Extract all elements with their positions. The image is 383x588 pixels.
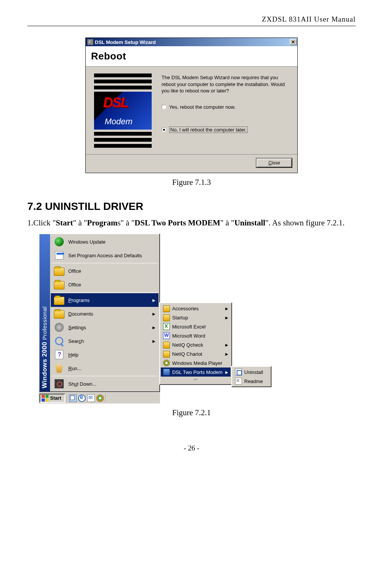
submenu-readme[interactable]: Readme bbox=[233, 377, 270, 386]
submenu-label: Microsoft Excel bbox=[172, 324, 206, 330]
wmp-icon bbox=[163, 360, 170, 366]
txt-bold: DSL Two Ports MODEM bbox=[135, 218, 220, 227]
documents-icon bbox=[54, 310, 64, 319]
radio-icon bbox=[162, 127, 166, 132]
chevron-right-icon: ▶ bbox=[152, 312, 155, 316]
programs-icon bbox=[55, 251, 63, 260]
txt-bold: Uninstall bbox=[234, 218, 265, 227]
start-button[interactable]: Start bbox=[39, 394, 65, 403]
menu-label: Documents bbox=[68, 311, 93, 317]
folder-icon bbox=[163, 314, 170, 321]
folder-icon bbox=[54, 267, 64, 276]
start-menu: Windows 2000 Professional Windows Update… bbox=[39, 233, 160, 392]
menu-label: Run... bbox=[68, 366, 82, 371]
submenu-netiq-qcheck[interactable]: NetIQ Qcheck ▶ bbox=[161, 340, 231, 349]
menu-search[interactable]: Search ▶ bbox=[51, 334, 159, 348]
word-icon bbox=[163, 332, 170, 339]
txt: s bbox=[118, 218, 121, 227]
chevron-right-icon: ▶ bbox=[152, 339, 155, 343]
ql-wmp-icon[interactable] bbox=[96, 394, 104, 402]
wizard-message: The DSL Modem Setup Wizard now requires … bbox=[162, 74, 289, 94]
submenu-label: Microsoft Word bbox=[172, 333, 205, 339]
submenu-startup[interactable]: Startup ▶ bbox=[161, 313, 231, 322]
figure-caption: Figure 7.1.3 bbox=[27, 178, 356, 187]
submenu-dsl-modem[interactable]: DSL Two Ports Modem ▶ bbox=[161, 368, 231, 377]
radio-reboot-now-label: Yes, reboot the computer now. bbox=[169, 104, 235, 110]
folder-icon bbox=[54, 281, 64, 289]
chevron-right-icon: ▶ bbox=[225, 352, 228, 356]
start-menu-stripe: Windows 2000 Professional bbox=[39, 234, 50, 391]
menu-label: Programs bbox=[68, 297, 89, 303]
wizard-title: DSL Modem Setup Wizard bbox=[95, 39, 156, 45]
txt: 1.Click " bbox=[27, 218, 56, 227]
shutdown-icon bbox=[55, 379, 64, 388]
txt: " à " bbox=[73, 218, 87, 227]
wizard-dialog: DSL Modem Setup Wizard ✕ Reboot DSL Mode… bbox=[85, 38, 298, 173]
ql-ie-icon[interactable] bbox=[78, 394, 86, 402]
submenu-label: NetIQ Qcheck bbox=[172, 342, 203, 348]
menu-windows-update[interactable]: Windows Update bbox=[51, 235, 159, 249]
close-button[interactable]: Close bbox=[256, 158, 292, 167]
folder-icon bbox=[163, 351, 170, 358]
instruction-text: 1.Click "Start" à "Programs" à "DSL Two … bbox=[27, 217, 356, 229]
splash-dsl-text: DSL bbox=[103, 95, 128, 111]
submenu-label: Windows Media Player bbox=[172, 360, 222, 366]
submenu-label: NetIQ Chariot bbox=[172, 351, 202, 357]
dsl-submenu: Uninstall Readme bbox=[231, 366, 272, 387]
globe-icon bbox=[55, 237, 64, 246]
menu-shutdown[interactable]: Shut Down... bbox=[51, 377, 159, 391]
txt: " à " bbox=[220, 218, 234, 227]
wizard-titlebar[interactable]: DSL Modem Setup Wizard ✕ bbox=[86, 38, 297, 46]
radio-reboot-later-label: No, I will reboot the computer later. bbox=[169, 127, 248, 133]
menu-settings[interactable]: Settings ▶ bbox=[51, 321, 159, 334]
submenu-excel[interactable]: Microsoft Excel bbox=[161, 322, 231, 331]
search-icon bbox=[55, 337, 63, 345]
radio-reboot-later[interactable]: No, I will reboot the computer later. bbox=[162, 127, 289, 133]
chevron-right-icon: ▶ bbox=[225, 370, 228, 374]
menu-label: Search bbox=[68, 338, 84, 344]
submenu-uninstall[interactable]: Uninstall bbox=[233, 368, 270, 377]
submenu-label: DSL Two Ports Modem bbox=[172, 369, 223, 375]
expand-chevrons-icon[interactable]: ︾ bbox=[161, 377, 231, 383]
txt: ". As shown figure 7.2.1. bbox=[265, 218, 345, 227]
start-label: Start bbox=[50, 395, 61, 401]
submenu-netiq-chariot[interactable]: NetIQ Chariot ▶ bbox=[161, 349, 231, 358]
radio-icon bbox=[162, 105, 166, 109]
page-number: - 26 - bbox=[27, 444, 356, 452]
figure-caption: Figure 7.2.1 bbox=[27, 408, 356, 418]
text-file-icon bbox=[235, 378, 242, 385]
txt-bold: Program bbox=[87, 218, 118, 227]
menu-help[interactable]: Help bbox=[51, 348, 159, 361]
app-icon bbox=[87, 39, 93, 45]
menu-label: Set Program Access and Defaults bbox=[68, 253, 142, 258]
submenu-label: Accessories bbox=[172, 306, 199, 311]
ql-show-desktop-icon[interactable] bbox=[69, 394, 77, 402]
wizard-banner: Reboot bbox=[86, 46, 297, 67]
doc-header: ZXDSL 831AII User Manual bbox=[27, 15, 356, 23]
submenu-accessories[interactable]: Accessories ▶ bbox=[161, 304, 231, 313]
submenu-wmp[interactable]: Windows Media Player bbox=[161, 358, 231, 368]
menu-program-access[interactable]: Set Program Access and Defaults bbox=[51, 249, 159, 262]
menu-office-1[interactable]: Office bbox=[51, 264, 159, 278]
submenu-label: Startup bbox=[172, 315, 188, 321]
separator bbox=[105, 394, 106, 402]
ql-outlook-icon[interactable] bbox=[87, 394, 95, 402]
txt: " à " bbox=[121, 218, 135, 227]
submenu-word[interactable]: Microsoft Word bbox=[161, 331, 231, 340]
radio-reboot-now[interactable]: Yes, reboot the computer now. bbox=[162, 104, 289, 110]
menu-programs[interactable]: Programs ▶ bbox=[51, 293, 159, 307]
section-heading: 7.2 UNINSTILL DRIVER bbox=[27, 200, 356, 213]
menu-label: Office bbox=[68, 282, 81, 288]
stripe-bold: Windows 2000 bbox=[41, 342, 48, 388]
folder-icon bbox=[163, 342, 170, 349]
menu-run[interactable]: Run... bbox=[51, 361, 159, 375]
wizard-side-graphic: DSL Modem bbox=[94, 74, 152, 150]
menu-documents[interactable]: Documents ▶ bbox=[51, 307, 159, 321]
folder-icon bbox=[54, 297, 64, 305]
taskbar: Start bbox=[39, 392, 160, 403]
menu-office-2[interactable]: Office bbox=[51, 278, 159, 291]
titlebar-close-button[interactable]: ✕ bbox=[290, 39, 297, 45]
menu-label: Settings bbox=[68, 325, 86, 330]
separator bbox=[52, 376, 158, 376]
header-rule bbox=[27, 26, 356, 26]
